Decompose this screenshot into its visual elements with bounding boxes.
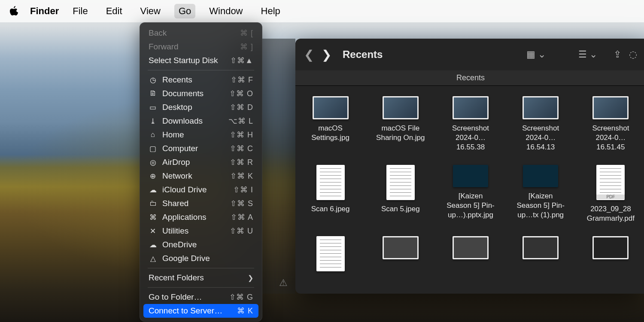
menu-computer[interactable]: ▢Computer⇧⌘ C [143, 142, 258, 155]
file-thumbnail [596, 165, 625, 200]
cloud-icon: ☁ [149, 185, 157, 194]
menu-desktop[interactable]: ▭Desktop⇧⌘ D [143, 100, 258, 114]
file-name: 2023_09_28 Grammarly.pdf [586, 204, 635, 223]
menu-go[interactable]: Go [174, 4, 195, 18]
tag-icon[interactable]: ◌ [629, 49, 637, 60]
file-thumbnail [453, 165, 488, 187]
group-icon[interactable]: ☰ ⌄ [578, 49, 597, 60]
cloud-icon: ☁ [149, 240, 157, 249]
window-title: Recents [343, 49, 519, 61]
menu-recent-folders[interactable]: Recent Folders❯ [143, 271, 258, 285]
menu-window[interactable]: Window [205, 4, 247, 18]
tab-recents[interactable]: Recents [444, 71, 498, 85]
nav-back-button[interactable]: ❮ [304, 48, 314, 62]
menu-forward: Forward⌘ ] [143, 40, 258, 54]
menu-documents[interactable]: 🗎Documents⇧⌘ O [143, 87, 258, 100]
home-icon: ⌂ [149, 131, 157, 139]
file-item[interactable]: Screenshot 2024-0…16.55.38 [446, 96, 495, 152]
apple-menu-icon[interactable] [9, 6, 19, 17]
file-item[interactable]: [Kaizen Season 5] Pin-up…).pptx.jpg [446, 165, 495, 223]
warning-icon: ⚠︎ [279, 277, 288, 289]
file-item[interactable]: Scan 5.jpeg [376, 165, 425, 223]
file-name: [Kaizen Season 5] Pin-up…).pptx.jpg [446, 191, 495, 220]
file-thumbnail [383, 96, 419, 119]
file-name: macOS Settings.jpg [306, 124, 355, 143]
menu-help[interactable]: Help [257, 4, 285, 18]
menu-utilities[interactable]: ✕Utilities⇧⌘ U [143, 224, 258, 238]
file-thumbnail [592, 96, 629, 119]
file-item[interactable]: Screenshot 2024-0…16.51.45 [586, 96, 635, 152]
file-thumbnail [523, 165, 558, 187]
menu-edit[interactable]: Edit [102, 4, 127, 18]
finder-tab-bar: Recents [295, 70, 644, 86]
go-menu-dropdown: Back⌘ [ Forward⌘ ] Select Startup Disk⇧⌘… [140, 22, 262, 322]
file-grid: macOS Settings.jpgmacOS File Sharing On.… [295, 86, 644, 294]
menu-home[interactable]: ⌂Home⇧⌘ H [143, 128, 258, 142]
folder-icon: 🗀 [149, 199, 157, 208]
file-thumbnail [522, 96, 559, 119]
gdrive-icon: △ [149, 254, 157, 263]
file-thumbnail [453, 96, 489, 119]
menu-google-drive[interactable]: △Google Drive [143, 252, 258, 265]
menu-network[interactable]: ⊕Network⇧⌘ K [143, 169, 258, 183]
menu-onedrive[interactable]: ☁OneDrive [143, 238, 258, 252]
file-name: Screenshot 2024-0…16.55.38 [446, 124, 495, 152]
file-item[interactable]: macOS Settings.jpg [306, 96, 355, 152]
file-thumbnail [313, 96, 349, 119]
app-name[interactable]: Finder [30, 6, 59, 17]
menu-applications[interactable]: ⌘Applications⇧⌘ A [143, 210, 258, 224]
utilities-icon: ✕ [149, 227, 157, 236]
file-name: Scan 5.jpeg [381, 204, 420, 214]
menu-downloads[interactable]: ⤓Downloads⌥⌘ L [143, 114, 258, 128]
doc-icon: 🗎 [149, 89, 157, 98]
file-name: [Kaizen Season 5] Pin-up…tx (1).png [516, 191, 565, 220]
file-name: macOS File Sharing On.jpg [376, 124, 425, 143]
file-thumbnail [386, 165, 415, 200]
file-name: Screenshot 2024-0…16.51.45 [586, 124, 635, 152]
menu-file[interactable]: File [68, 4, 92, 18]
menu-go-to-folder[interactable]: Go to Folder…⇧⌘ G [143, 290, 258, 304]
menu-startup-disk[interactable]: Select Startup Disk⇧⌘▲ [143, 54, 258, 67]
file-item[interactable]: Scan 6.jpeg [306, 165, 355, 223]
menu-airdrop[interactable]: ◎AirDrop⇧⌘ R [143, 155, 258, 169]
menu-recents[interactable]: ◷Recents⇧⌘ F [143, 73, 258, 87]
nav-forward-button[interactable]: ❯ [322, 48, 331, 62]
menu-shared[interactable]: 🗀Shared⇧⌘ S [143, 197, 258, 210]
airdrop-icon: ◎ [149, 158, 157, 167]
clock-icon: ◷ [149, 76, 157, 85]
menu-icloud-drive[interactable]: ☁iCloud Drive⇧⌘ I [143, 183, 258, 197]
computer-icon: ▢ [149, 144, 157, 153]
file-name: Screenshot 2024-0…16.54.13 [516, 124, 565, 152]
menu-connect-to-server[interactable]: Connect to Server…⌘ K [143, 304, 258, 318]
menu-back: Back⌘ [ [143, 26, 258, 40]
share-icon[interactable]: ⇪ [614, 49, 621, 60]
file-item[interactable]: [Kaizen Season 5] Pin-up…tx (1).png [516, 165, 565, 223]
file-item[interactable]: Screenshot 2024-0…16.54.13 [516, 96, 565, 152]
file-item[interactable]: 2023_09_28 Grammarly.pdf [586, 165, 635, 223]
view-icon-grid[interactable]: ▦ ⌄ [526, 49, 546, 60]
download-icon: ⤓ [149, 117, 157, 126]
file-item[interactable]: macOS File Sharing On.jpg [376, 96, 425, 152]
finder-window: ❮ ❯ Recents ▦ ⌄ ☰ ⌄ ⇪ ◌ Recents macOS Se… [295, 39, 644, 294]
menubar: Finder File Edit View Go Window Help [0, 0, 644, 22]
finder-toolbar: ❮ ❯ Recents ▦ ⌄ ☰ ⌄ ⇪ ◌ [295, 39, 644, 70]
apps-icon: ⌘ [149, 213, 157, 222]
file-thumbnail [316, 165, 345, 200]
desktop-icon: ▭ [149, 103, 157, 112]
network-icon: ⊕ [149, 172, 157, 181]
file-name: Scan 6.jpeg [311, 204, 350, 214]
menu-view[interactable]: View [136, 4, 165, 18]
